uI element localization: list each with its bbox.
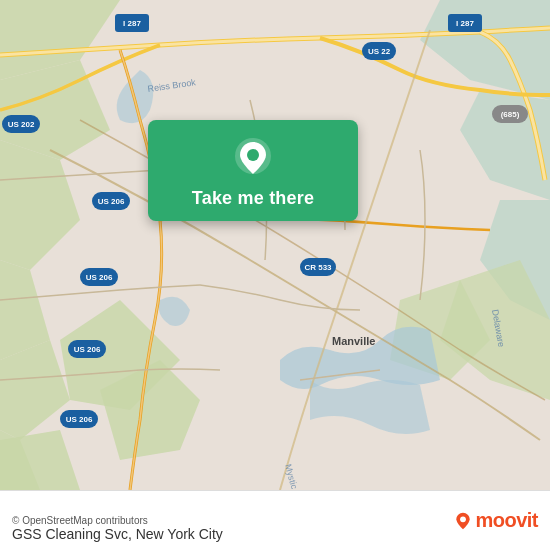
- svg-text:US 202: US 202: [8, 120, 35, 129]
- moovit-logo: moovit: [453, 509, 538, 532]
- svg-text:CR 533: CR 533: [304, 263, 332, 272]
- map-container: I 287 I 287 US 22 US 202 US 206 US 206 U…: [0, 0, 550, 490]
- svg-text:US 206: US 206: [66, 415, 93, 424]
- svg-text:Manville: Manville: [332, 335, 375, 347]
- location-card[interactable]: Take me there: [148, 120, 358, 221]
- bottom-bar: © OpenStreetMap contributors GSS Cleanin…: [0, 490, 550, 550]
- moovit-brand-text: moovit: [475, 509, 538, 532]
- copyright-text: © OpenStreetMap contributors: [12, 515, 453, 526]
- take-me-there-button[interactable]: Take me there: [192, 188, 314, 209]
- moovit-pin-icon: [453, 511, 473, 531]
- svg-text:US 206: US 206: [98, 197, 125, 206]
- svg-text:US 22: US 22: [368, 47, 391, 56]
- svg-text:I 287: I 287: [456, 19, 474, 28]
- map-svg: I 287 I 287 US 22 US 202 US 206 US 206 U…: [0, 0, 550, 490]
- svg-text:(685): (685): [501, 110, 520, 119]
- svg-point-43: [461, 516, 467, 522]
- svg-text:I 287: I 287: [123, 19, 141, 28]
- svg-point-42: [247, 149, 259, 161]
- svg-text:US 206: US 206: [86, 273, 113, 282]
- location-title: GSS Cleaning Svc, New York City: [12, 526, 223, 542]
- location-pin-icon: [231, 136, 275, 180]
- svg-text:US 206: US 206: [74, 345, 101, 354]
